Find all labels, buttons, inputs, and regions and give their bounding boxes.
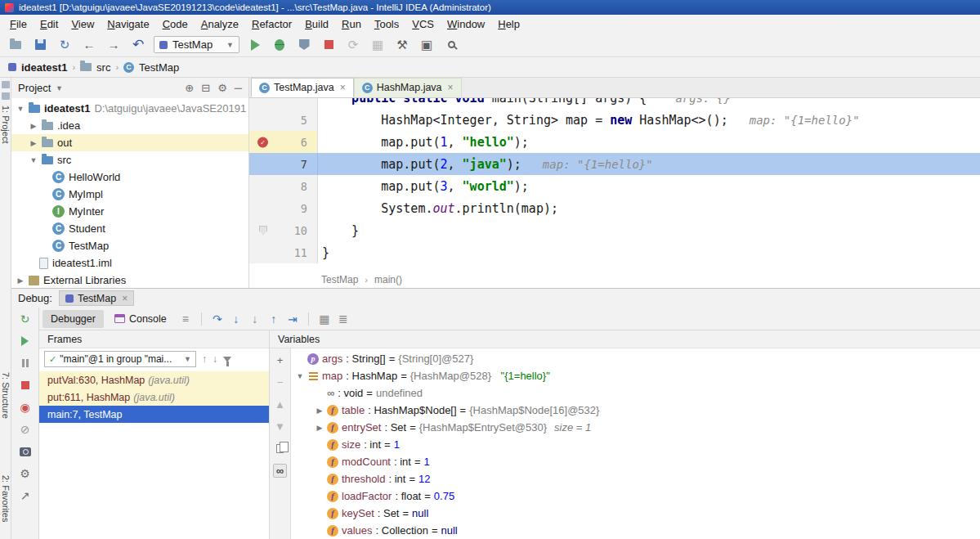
- tree-item-idea[interactable]: ▶ .idea: [11, 117, 248, 134]
- tool-button-project[interactable]: 1: Project: [1, 106, 11, 143]
- mute-breakpoints-icon[interactable]: ⊘: [19, 423, 32, 436]
- rerun-debug-icon[interactable]: ↻: [19, 312, 32, 326]
- gutter[interactable]: 5: [249, 109, 318, 131]
- variable-row-args[interactable]: p args: String[] = {String[0]@527}: [291, 350, 980, 367]
- gutter[interactable]: 9: [249, 197, 318, 219]
- variable-row-threshold[interactable]: f threshold: int = 12: [291, 470, 980, 487]
- menu-build[interactable]: Build: [298, 16, 335, 32]
- chevron-collapsed-icon[interactable]: ▶: [29, 139, 38, 147]
- chevron-collapsed-icon[interactable]: ▶: [315, 424, 324, 432]
- tree-item-helloworld[interactable]: C HelloWorld: [11, 168, 248, 186]
- chevron-expanded-icon[interactable]: ▼: [296, 372, 304, 380]
- run-button[interactable]: [246, 36, 264, 54]
- run-to-cursor-icon[interactable]: ⇥: [284, 311, 301, 327]
- close-icon[interactable]: ×: [122, 293, 128, 304]
- coverage-button[interactable]: [295, 36, 313, 54]
- tree-item-myinter[interactable]: I MyInter: [11, 203, 248, 220]
- synchronize-button[interactable]: ↻: [56, 36, 74, 54]
- collapse-all-icon[interactable]: ⊟: [201, 82, 210, 94]
- force-step-into-icon[interactable]: ↓: [247, 311, 263, 327]
- gutter[interactable]: ✓ 6: [249, 131, 318, 153]
- menu-tools[interactable]: Tools: [368, 16, 405, 32]
- tool-stripe-icon[interactable]: [2, 81, 10, 88]
- tree-item-student[interactable]: C Student: [11, 220, 248, 237]
- hide-panel-icon[interactable]: ─: [235, 82, 242, 94]
- thread-select[interactable]: ✓ "main"@1 in group "mai... ▼: [44, 351, 196, 367]
- menu-navigate[interactable]: Navigate: [101, 16, 155, 32]
- layout-menu-icon[interactable]: ≡: [177, 311, 194, 327]
- chevron-expanded-icon[interactable]: ▼: [16, 105, 25, 113]
- debug-button[interactable]: [271, 36, 289, 54]
- chevron-collapsed-icon[interactable]: ▶: [16, 276, 25, 285]
- next-frame-icon[interactable]: ↓: [213, 353, 217, 365]
- menu-code[interactable]: Code: [156, 16, 195, 32]
- evaluate-infinity-icon[interactable]: ∞: [274, 464, 287, 477]
- run-configuration-select[interactable]: TestMap ▼: [154, 36, 239, 53]
- pause-icon[interactable]: [19, 357, 32, 370]
- gutter[interactable]: 11: [249, 241, 318, 263]
- undo-button[interactable]: ↶: [129, 36, 147, 54]
- tab-console[interactable]: Console: [106, 310, 175, 328]
- menu-help[interactable]: Help: [491, 16, 526, 32]
- settings-layout-icon[interactable]: ≣: [335, 311, 351, 327]
- settings-wrench-button[interactable]: ⚒: [393, 36, 411, 54]
- stop-icon[interactable]: [19, 379, 32, 392]
- variable-row-keyset[interactable]: f keySet: Set = null: [291, 505, 980, 522]
- move-up-icon[interactable]: ▲: [274, 398, 287, 411]
- settings-gear-icon[interactable]: ⚙: [19, 467, 32, 480]
- menu-edit[interactable]: Edit: [34, 16, 65, 32]
- tree-item-testmap[interactable]: C TestMap: [11, 237, 248, 254]
- menu-run[interactable]: Run: [335, 16, 368, 32]
- open-button[interactable]: [7, 36, 25, 54]
- variable-row-map[interactable]: ▼ map: HashMap = {HashMap@528} "{1=hello…: [291, 367, 980, 384]
- back-button[interactable]: ←: [80, 36, 98, 54]
- gear-icon[interactable]: ⚙: [217, 82, 227, 94]
- variable-row-tostring[interactable]: ∞: void = undefined: [291, 384, 980, 402]
- tab-testmap-java[interactable]: C TestMap.java ×: [251, 78, 354, 97]
- code-editor[interactable]: public static void main(String[] args) {…: [249, 98, 980, 272]
- variable-row-size[interactable]: f size: int = 1: [291, 436, 980, 453]
- hide-library-frames-icon[interactable]: [223, 357, 231, 362]
- menu-vcs[interactable]: VCS: [405, 16, 441, 32]
- menu-window[interactable]: Window: [441, 16, 491, 32]
- step-into-icon[interactable]: ↓: [228, 311, 244, 327]
- chevron-down-icon[interactable]: ▼: [55, 84, 63, 92]
- tree-item-myimpl[interactable]: C MyImpl: [11, 186, 248, 203]
- variable-row-modcount[interactable]: f modCount: int = 1: [291, 453, 980, 470]
- gutter-marker-icon[interactable]: [259, 226, 267, 235]
- menu-refactor[interactable]: Refactor: [245, 16, 298, 32]
- tab-debugger[interactable]: Debugger: [43, 310, 104, 328]
- breadcrumb-file[interactable]: TestMap: [321, 274, 358, 285]
- menu-analyze[interactable]: Analyze: [195, 16, 245, 32]
- previous-frame-icon[interactable]: ↑: [202, 353, 207, 365]
- breakpoint-icon[interactable]: ✓: [257, 137, 268, 147]
- frame-row-putval[interactable]: putVal:630, HashMap (java.util): [39, 371, 269, 389]
- search-everywhere-button[interactable]: [442, 36, 460, 54]
- variable-row-values[interactable]: f values: Collection = null: [291, 522, 980, 539]
- chevron-collapsed-icon[interactable]: ▶: [29, 122, 38, 130]
- tool-button-favorites[interactable]: 2: Favorites: [1, 475, 11, 522]
- gutter[interactable]: [249, 98, 318, 109]
- variable-row-entryset[interactable]: ▶ f entrySet: Set = {HashMap$EntrySet@53…: [291, 419, 980, 436]
- frame-row-main-selected[interactable]: main:7, TestMap: [39, 406, 269, 423]
- move-down-icon[interactable]: ▼: [274, 420, 287, 433]
- breadcrumb-member[interactable]: main(): [374, 274, 402, 285]
- chevron-expanded-icon[interactable]: ▼: [29, 156, 38, 164]
- menu-file[interactable]: File: [3, 16, 34, 32]
- gutter[interactable]: 10: [249, 219, 318, 241]
- tool-button-structure[interactable]: 7: Structure: [1, 372, 11, 419]
- menu-view[interactable]: View: [65, 16, 101, 32]
- thread-dump-camera-icon[interactable]: [19, 445, 32, 458]
- view-breakpoints-icon[interactable]: ◉: [19, 401, 32, 414]
- locate-file-icon[interactable]: ⊕: [185, 82, 194, 94]
- forward-button[interactable]: →: [105, 36, 123, 54]
- add-watch-icon[interactable]: +: [274, 353, 287, 366]
- gutter[interactable]: 8: [249, 175, 318, 197]
- duplicate-icon[interactable]: [274, 442, 287, 455]
- close-icon[interactable]: ×: [340, 82, 346, 93]
- project-panel-title[interactable]: Project: [18, 82, 51, 94]
- tree-item-external-libraries[interactable]: ▶ External Libraries: [11, 272, 248, 288]
- tool-windows-button[interactable]: ▣: [418, 36, 436, 54]
- evaluate-expression-icon[interactable]: ▦: [316, 311, 333, 327]
- tab-hashmap-java[interactable]: C HashMap.java ×: [354, 78, 462, 97]
